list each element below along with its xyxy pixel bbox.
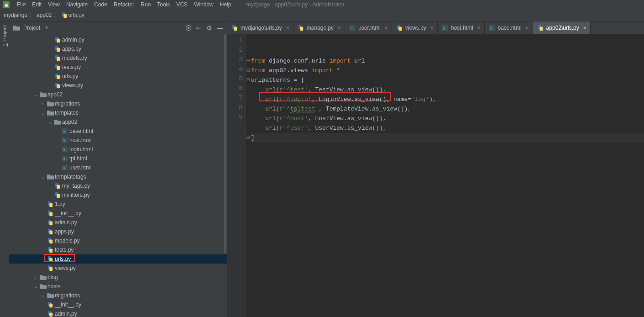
tab-close-icon[interactable]: ×	[583, 25, 586, 31]
code-editor[interactable]: 123456789 ⊟from django.conf.urls import …	[227, 34, 644, 317]
tree-item-1-py[interactable]: 1.py	[9, 200, 227, 209]
menu-item-vcs[interactable]: VCS	[173, 1, 191, 8]
tree-chevron-icon[interactable]: ›	[40, 101, 46, 106]
hide-panel-icon[interactable]: —	[217, 24, 223, 32]
fold-icon[interactable]: ⊟	[246, 133, 251, 143]
tree-item-templatetags[interactable]: ⌄templatetags	[9, 172, 227, 181]
tree-item-templates[interactable]: ⌄templates	[9, 108, 227, 117]
code-line-9[interactable]: ⊟]	[251, 133, 644, 143]
tree-item-admin-py[interactable]: admin.py	[9, 218, 227, 227]
python-file-icon	[231, 25, 238, 31]
code-line-7[interactable]: url(r'^host', HostView.as_view()),	[251, 114, 644, 123]
tree-item-migrations[interactable]: ›migrations	[9, 99, 227, 108]
tree-chevron-icon[interactable]: ⌄	[47, 120, 53, 125]
tree-item-label: models.py	[55, 238, 80, 244]
code-line-6[interactable]: url(r'^tpltest', TemplateView.as_view())…	[251, 104, 644, 114]
tree-chevron-icon[interactable]: ›	[40, 293, 46, 298]
project-view-dropdown[interactable]: ▼	[44, 25, 49, 30]
tab-close-icon[interactable]: ×	[385, 25, 388, 31]
tab-close-icon[interactable]: ×	[477, 25, 481, 31]
tree-item-user-html[interactable]: Huser.html	[9, 163, 227, 172]
tab-mydjango-urls-py[interactable]: mydjango\urls.py×	[227, 21, 293, 34]
menu-item-edit[interactable]: Edit	[29, 1, 45, 8]
code-line-5[interactable]: url(r'^login', LoginView.as_view(), name…	[251, 95, 644, 104]
project-tool-button[interactable]: 1: Project	[2, 25, 7, 46]
tab-host-html[interactable]: Hhost.html×	[438, 21, 485, 34]
tree-item-tests-py[interactable]: tests.py	[9, 63, 227, 72]
fold-icon[interactable]: ⊟	[246, 75, 251, 85]
tree-item-urls-py[interactable]: urls.py	[9, 72, 227, 81]
tree-item-label: templatetags	[55, 174, 86, 180]
code-line-8[interactable]: url(r'^user', UserView.as_view()),	[251, 123, 644, 133]
collapse-all-icon[interactable]: ⇤	[196, 24, 202, 32]
tree-item-login-html[interactable]: Hlogin.html	[9, 145, 227, 154]
tree-item-models-py[interactable]: models.py	[9, 236, 227, 245]
tab-base-html[interactable]: Hbase.html×	[485, 21, 533, 34]
tree-item-blog[interactable]: ›blog	[9, 273, 227, 282]
code-content[interactable]: ⊟from django.conf.urls import url⊟from a…	[246, 34, 644, 317]
menu-item-view[interactable]: View	[45, 1, 63, 8]
tree-item-my-tags-py[interactable]: my_tags.py	[9, 181, 227, 190]
tree-item-apps-py[interactable]: apps.py	[9, 44, 227, 53]
tab-manage-py[interactable]: manage.py×	[293, 21, 345, 34]
tree-item-hosts[interactable]: ⌄hosts	[9, 282, 227, 291]
tree-item-myfilters-py[interactable]: myfilters.py	[9, 190, 227, 200]
tree-item-urls-py[interactable]: urls.py	[9, 254, 227, 264]
menu-item-tools[interactable]: Tools	[154, 1, 173, 8]
code-line-1[interactable]: ⊟from django.conf.urls import url	[251, 56, 644, 66]
tree-item-migrations[interactable]: ›migrations	[9, 291, 227, 300]
settings-gear-icon[interactable]: ⚙	[206, 24, 212, 32]
tree-item-label: admin.py	[55, 219, 77, 226]
menu-item-code[interactable]: Code	[91, 1, 110, 8]
tab-close-icon[interactable]: ×	[526, 25, 529, 31]
tree-chevron-icon[interactable]: ⌄	[40, 111, 46, 116]
tree-item-tpl-html[interactable]: Htpl.html	[9, 154, 227, 163]
fold-icon[interactable]: ⊟	[246, 66, 251, 75]
code-line-3[interactable]: ⊟urlpatterns = [	[251, 75, 644, 85]
scroll-from-source-icon[interactable]: ⦿	[185, 24, 192, 32]
tree-item-admin-py[interactable]: admin.py	[9, 309, 227, 317]
breadcrumb-file[interactable]: urls.py	[61, 12, 84, 18]
menu-item-navigate[interactable]: Navigate	[63, 1, 91, 8]
tree-item-tests-py[interactable]: tests.py	[9, 245, 227, 254]
tree-item---init---py[interactable]: __init__.py	[9, 300, 227, 309]
tab-close-icon[interactable]: ×	[286, 25, 289, 31]
tree-item-views-py[interactable]: views.py	[9, 81, 227, 90]
tab-views-py[interactable]: views.py×	[392, 21, 438, 34]
svg-text:H: H	[63, 148, 65, 152]
menu-item-file[interactable]: File	[14, 1, 29, 8]
breadcrumb-folder[interactable]: app02	[37, 12, 52, 18]
project-panel-title[interactable]: Project	[23, 25, 40, 31]
tree-item-base-html[interactable]: Hbase.html	[9, 127, 227, 136]
tree-item-models-py[interactable]: models.py	[9, 53, 227, 63]
tree-item-views-py[interactable]: views.py	[9, 264, 227, 273]
tree-scrollbar-thumb[interactable]	[224, 34, 226, 254]
tree-chevron-icon[interactable]: ⌄	[33, 92, 38, 97]
code-line-4[interactable]: url(r'^test', TestView.as_view()),	[251, 85, 644, 95]
python-file-icon	[54, 55, 61, 61]
tree-item-app02[interactable]: ⌄app02	[9, 117, 227, 127]
tab-close-icon[interactable]: ×	[338, 25, 341, 31]
menu-item-refactor[interactable]: Refactor	[110, 1, 137, 8]
tree-chevron-icon[interactable]: ⌄	[33, 284, 38, 289]
tab-user-html[interactable]: Huser.html×	[345, 21, 392, 34]
menu-item-help[interactable]: Help	[217, 1, 235, 8]
breadcrumb-project[interactable]: mydjango	[4, 12, 27, 18]
svg-rect-49	[234, 26, 237, 31]
tree-chevron-icon[interactable]: ›	[33, 275, 38, 280]
tree-item-app02[interactable]: ⌄app02	[9, 90, 227, 99]
fold-icon[interactable]: ⊟	[246, 56, 251, 66]
tree-chevron-icon[interactable]: ⌄	[40, 174, 46, 180]
tree-item---init---py[interactable]: __init__.py	[9, 209, 227, 218]
tree-item-label: __init__.py	[55, 301, 81, 308]
tab-close-icon[interactable]: ×	[430, 25, 434, 31]
menu-item-window[interactable]: Window	[191, 1, 217, 8]
tree-item-admin-py[interactable]: admin.py	[9, 35, 227, 44]
project-tree[interactable]: admin.pyapps.pymodels.pytests.pyurls.pyv…	[9, 34, 227, 317]
tab-app02-urls-py[interactable]: app02\urls.py×	[533, 21, 591, 34]
python-file-icon	[54, 192, 61, 198]
tree-item-apps-py[interactable]: apps.py	[9, 227, 227, 236]
tree-item-host-html[interactable]: Hhost.html	[9, 136, 227, 145]
menu-item-run[interactable]: Run	[137, 1, 154, 8]
code-line-2[interactable]: ⊟from app02.views import *	[251, 66, 644, 75]
